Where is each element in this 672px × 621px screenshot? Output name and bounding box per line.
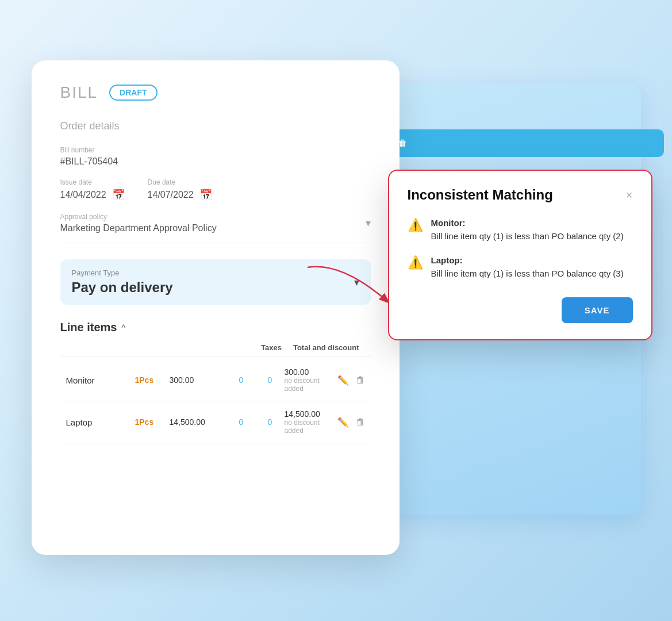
warning-text-2: Laptop: Bill line item qty (1) is less t… [431, 254, 624, 280]
total-col-label: Total and discount [293, 343, 359, 352]
item-name-1: Monitor [66, 375, 135, 385]
payment-type-content: Payment Type Pay on delivery [72, 269, 173, 296]
table-row: Monitor 1Pcs 300.00 0 0 300.00 no discou… [60, 359, 371, 401]
dialog-title: Inconsistent Matching [408, 187, 553, 203]
item-actions-1: ✏️ 🗑 [337, 375, 365, 386]
warning-message-1: Bill line item qty (1) is less than PO b… [431, 231, 624, 241]
due-date-group: Due date 14/07/2022 📅 [148, 178, 212, 201]
line-items-header: Line items ^ [60, 321, 371, 334]
warning-message-2: Bill line item qty (1) is less than PO b… [431, 269, 624, 278]
taxes-col-label: Taxes [261, 343, 282, 352]
issue-date-group: Issue date 14/04/2022 📅 [60, 178, 125, 201]
table-row: Laptop 1Pcs 14,500.00 0 0 14,500.00 no d… [60, 401, 371, 443]
bill-number-group: Bill number #BILL-705404 [60, 146, 371, 167]
warning-title-2: Laptop: [431, 255, 463, 265]
table-header: Taxes Total and discount [60, 343, 371, 357]
warning-icon-1: ⚠️ [408, 218, 423, 233]
item-discount-2: 0 [256, 417, 285, 427]
item-actions-2: ✏️ 🗑 [337, 417, 365, 428]
payment-type-dropdown-icon[interactable]: ▾ [354, 276, 359, 289]
warning-title-1: Monitor: [431, 218, 466, 228]
line-items-sort-icon[interactable]: ^ [121, 323, 125, 332]
delete-icon-2[interactable]: 🗑 [356, 417, 365, 428]
inconsistent-matching-dialog: Inconsistent Matching × ⚠️ Monitor: Bill… [388, 170, 652, 340]
due-date-label: Due date [148, 178, 212, 186]
edit-icon-1[interactable]: ✏️ [337, 375, 349, 386]
warning-item-1: ⚠️ Monitor: Bill line item qty (1) is le… [408, 217, 633, 243]
payment-type-label: Payment Type [72, 269, 173, 277]
bill-card: BILL DRAFT Order details Bill number #BI… [32, 60, 400, 555]
dialog-header: Inconsistent Matching × [408, 187, 633, 203]
date-row: Issue date 14/04/2022 📅 Due date 14/07/2… [60, 178, 371, 201]
item-price-1: 300.00 [170, 375, 227, 385]
due-date-calendar-icon[interactable]: 📅 [199, 189, 212, 201]
bill-number-label: Bill number [60, 146, 371, 154]
bill-title: BILL [60, 83, 98, 102]
item-total-2: 14,500.00 no discount added [285, 409, 337, 435]
delete-icon-1[interactable]: 🗑 [356, 375, 365, 386]
item-discount-1: 0 [256, 375, 285, 385]
approval-policy-label: Approval policy [60, 213, 217, 221]
due-date-value: 14/07/2022 [148, 190, 194, 200]
trash-icon[interactable]: 🗑 [398, 139, 406, 148]
dialog-footer: SAVE [408, 292, 633, 323]
payment-type-box[interactable]: Payment Type Pay on delivery ▾ [60, 259, 371, 305]
item-tax-2: 0 [227, 417, 256, 427]
warning-icon-2: ⚠️ [408, 255, 423, 270]
issue-date-label: Issue date [60, 178, 125, 186]
edit-icon-2[interactable]: ✏️ [337, 417, 349, 428]
approval-dropdown-icon[interactable]: ▾ [366, 217, 371, 229]
item-price-2: 14,500.00 [170, 417, 227, 427]
bill-number-value: #BILL-705404 [60, 156, 371, 167]
item-tax-1: 0 [227, 375, 256, 385]
payment-type-value: Pay on delivery [72, 279, 173, 296]
order-details-label: Order details [60, 120, 371, 132]
dialog-close-button[interactable]: × [626, 189, 633, 202]
line-items-title: Line items [60, 321, 117, 334]
approval-policy-value: Marketing Department Approval Policy [60, 223, 217, 233]
draft-badge: DRAFT [109, 85, 157, 101]
item-total-1: 300.00 no discount added [285, 367, 337, 393]
approval-policy-group: Approval policy Marketing Department App… [60, 213, 371, 243]
warning-text-1: Monitor: Bill line item qty (1) is less … [431, 217, 624, 243]
item-qty-1: 1Pcs [135, 375, 170, 385]
item-name-2: Laptop [66, 417, 135, 427]
item-qty-2: 1Pcs [135, 417, 170, 427]
issue-date-calendar-icon[interactable]: 📅 [112, 189, 125, 201]
issue-date-value: 14/04/2022 [60, 190, 106, 200]
warning-item-2: ⚠️ Laptop: Bill line item qty (1) is les… [408, 254, 633, 280]
bill-header: BILL DRAFT [60, 83, 371, 102]
save-button[interactable]: SAVE [562, 297, 633, 323]
